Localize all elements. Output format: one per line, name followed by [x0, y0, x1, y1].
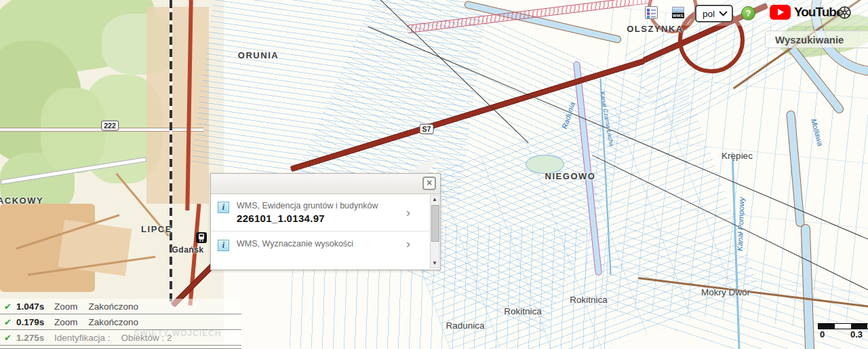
scroll-up-icon[interactable]: ▲: [431, 196, 439, 204]
status-row: ✔ 1.047s Zoom Zakończono: [0, 299, 241, 314]
search-panel-toggle[interactable]: Wyszukiwanie: [765, 31, 868, 48]
status-action: Zoom: [54, 301, 78, 312]
status-time: 1.047s: [16, 301, 54, 312]
scale-start-label: 0: [820, 329, 825, 339]
result-title: WMS, Wyznaczanie wysokości: [237, 239, 410, 249]
scrollbar-thumb[interactable]: [431, 205, 439, 242]
youtube-link[interactable]: YouTube: [770, 5, 842, 20]
status-action: Zoom: [54, 317, 78, 327]
map-label: Gdańsk: [172, 245, 203, 255]
status-result: Zakończono: [88, 301, 138, 312]
popup-header[interactable]: ×: [211, 174, 440, 194]
language-select[interactable]: pol: [695, 5, 733, 22]
check-icon: ✔: [4, 317, 12, 327]
status-row: ✔ 1.275s Identyfikacja : Obiektów : 2: [0, 330, 241, 346]
popup-result-list: i WMS, Ewidencja gruntów i budynków 2261…: [211, 194, 429, 270]
map-label: Rokitnica: [504, 306, 542, 316]
status-time: 0.179s: [16, 317, 54, 327]
map-label: ORUNIA: [238, 50, 279, 60]
map-label: NIEGOWO: [545, 171, 596, 181]
map-label: Radunica: [446, 320, 484, 331]
popup-result-item[interactable]: i WMS, Wyznaczanie wysokości ›: [211, 231, 429, 255]
status-time: 1.275s: [16, 333, 54, 343]
status-result: Obiektów : 2: [121, 333, 172, 343]
status-action: Identyfikacja :: [54, 333, 111, 343]
popup-scrollbar[interactable]: ▲ ▼: [430, 195, 439, 268]
check-icon: ✔: [4, 333, 12, 343]
status-row-partial: [0, 346, 241, 349]
map-label: 222: [101, 121, 119, 131]
wms-icon[interactable]: WMS: [672, 7, 686, 20]
result-title: WMS, Ewidencja gruntów i budynków: [237, 201, 410, 210]
map-label: ACKOWY: [0, 196, 43, 206]
map-label: LIPCE: [141, 224, 172, 234]
close-icon[interactable]: ×: [422, 177, 436, 190]
info-icon: i: [218, 240, 229, 251]
train-station-icon: [196, 232, 207, 243]
youtube-label: YouTube: [794, 5, 842, 20]
map-label: Krępiec: [722, 151, 753, 161]
scale-bar: 0 0.3: [818, 323, 868, 329]
help-icon[interactable]: ?: [741, 6, 755, 20]
settings-wheel-icon[interactable]: [837, 5, 852, 20]
scale-bar-segments: [818, 323, 868, 329]
status-row: ✔ 0.179s Zoom Zakończono: [0, 314, 241, 330]
check-icon: ✔: [4, 301, 12, 312]
wms-icon-label: WMS: [672, 13, 684, 18]
top-toolbar: WMS pol ? YouTube: [632, 0, 868, 26]
language-selected-value: pol: [696, 9, 719, 19]
legend-icon[interactable]: [645, 6, 658, 19]
identify-results-popup: × i WMS, Ewidencja gruntów i budynków 22…: [210, 173, 441, 270]
chevron-down-icon: [719, 11, 728, 16]
status-log: ✔ 1.047s Zoom Zakończono ✔ 0.179s Zoom Z…: [0, 299, 241, 349]
map-label: Mokry Dwór: [701, 287, 750, 297]
chevron-right-icon[interactable]: ›: [406, 205, 410, 220]
result-value: 226101_1.0134.97: [237, 213, 410, 224]
map-label: S7: [420, 124, 434, 134]
info-icon: i: [218, 202, 229, 213]
popup-result-item[interactable]: i WMS, Ewidencja gruntów i budynków 2261…: [211, 194, 429, 231]
status-result: Zakończono: [88, 317, 138, 327]
scale-end-label: 0.3: [850, 329, 863, 339]
map-label: Rokitnica: [570, 295, 608, 305]
map-railway: [170, 0, 172, 306]
scroll-down-icon[interactable]: ▼: [431, 259, 439, 268]
youtube-play-icon: [770, 5, 791, 20]
chevron-right-icon[interactable]: ›: [406, 236, 410, 251]
